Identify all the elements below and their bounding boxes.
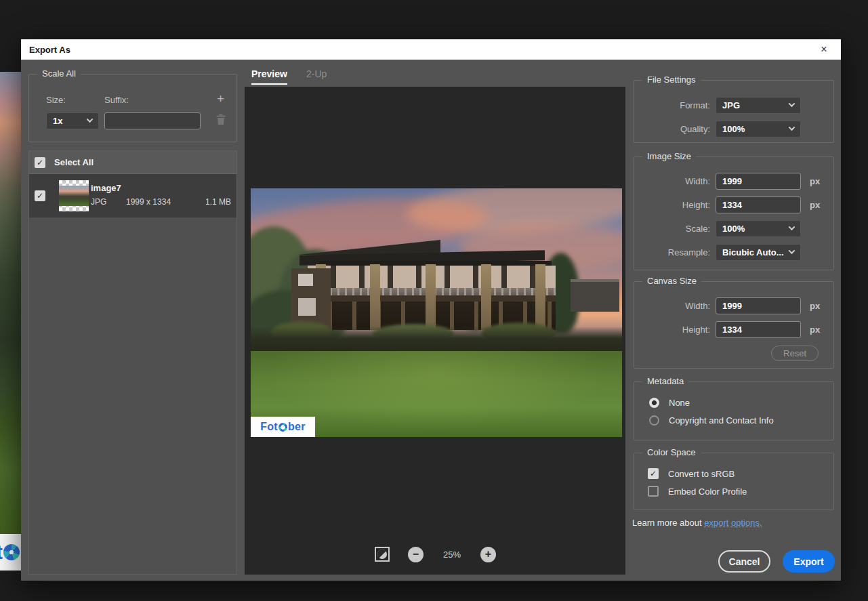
radio-unselected-icon[interactable]	[649, 415, 659, 426]
select-all-label: Select All	[54, 157, 94, 167]
resample-select[interactable]: Bicubic Auto...	[716, 244, 801, 261]
learn-more-prefix: Learn more about	[632, 518, 702, 528]
quality-label: Quality:	[634, 124, 710, 134]
preview-image[interactable]: Fot ber	[251, 188, 622, 437]
scale-value: 100%	[722, 224, 745, 234]
suffix-input[interactable]	[104, 112, 201, 129]
metadata-copyright-label: Copyright and Contact Info	[669, 415, 774, 426]
zoom-out-button[interactable]: −	[408, 547, 423, 562]
metadata-legend: Metadata	[642, 376, 688, 386]
background-watermark: t	[0, 534, 21, 571]
image-width-input[interactable]	[716, 173, 801, 190]
convert-srgb-option[interactable]: Convert to sRGB	[648, 468, 735, 479]
watermark-text-suffix: ber	[288, 421, 306, 433]
scale-label: Scale:	[634, 224, 710, 234]
stone-pillar	[481, 264, 491, 330]
canvas-size-group: Canvas Size Width: px Height: px Reset	[634, 281, 834, 369]
suffix-label: Suffix:	[104, 95, 129, 105]
preview-panel: Fot ber − 25%	[245, 87, 625, 575]
watermark-text-prefix: Fot	[260, 421, 278, 433]
item-thumbnail	[59, 180, 89, 211]
item-thumbnail-photo	[59, 186, 89, 206]
export-button[interactable]: Export	[783, 550, 835, 573]
metadata-none-option[interactable]: None	[649, 398, 690, 408]
item-checkbox[interactable]	[35, 190, 45, 201]
chevron-down-icon	[789, 224, 795, 230]
embed-profile-checkbox[interactable]	[648, 486, 659, 497]
chevron-down-icon	[789, 100, 795, 107]
item-dimensions: 1999 x 1334	[126, 197, 171, 207]
metadata-copyright-option[interactable]: Copyright and Contact Info	[649, 415, 774, 426]
reset-button[interactable]: Reset	[771, 346, 819, 361]
embed-profile-label: Embed Color Profile	[668, 486, 747, 497]
item-name: image7	[91, 183, 121, 193]
zoom-in-button[interactable]: +	[480, 547, 496, 562]
image-width-unit: px	[810, 176, 820, 186]
chevron-down-icon	[87, 116, 94, 123]
image-height-input[interactable]	[716, 196, 801, 213]
image-height-unit: px	[810, 200, 820, 210]
canvas-height-input[interactable]	[716, 321, 801, 338]
resample-label: Resample:	[634, 247, 710, 257]
canvas-width-input[interactable]	[716, 297, 801, 314]
tab-preview[interactable]: Preview	[251, 68, 287, 85]
item-filesize: 1.1 MB	[205, 197, 231, 207]
canvas-width-unit: px	[810, 301, 820, 311]
house-window	[298, 274, 313, 286]
close-icon[interactable]: ×	[814, 39, 834, 60]
size-select[interactable]: 1x	[46, 112, 99, 129]
convert-srgb-checkbox[interactable]	[648, 468, 659, 479]
chevron-down-icon	[789, 124, 795, 131]
trash-icon[interactable]	[216, 114, 226, 125]
tab-2up[interactable]: 2-Up	[306, 68, 327, 85]
format-value: JPG	[722, 100, 740, 110]
embed-profile-option[interactable]: Embed Color Profile	[648, 486, 747, 497]
image-width-label: Width:	[634, 176, 710, 186]
fotober-gear-icon	[3, 544, 20, 560]
export-as-dialog: Export As × Scale All Size: Suffix: + 1x	[21, 39, 841, 581]
dialog-title: Export As	[29, 45, 70, 55]
export-items-panel: Select All image7 JPG 1999 x 1334 1.1 MB	[28, 150, 237, 575]
item-format: JPG	[91, 197, 106, 207]
add-scale-icon[interactable]: +	[217, 92, 224, 105]
scale-all-legend: Scale All	[37, 68, 81, 79]
radio-selected-icon[interactable]	[649, 398, 659, 408]
size-value: 1x	[53, 116, 62, 126]
file-settings-group: File Settings Format: JPG Quality: 100%	[634, 80, 834, 143]
format-label: Format:	[634, 100, 710, 110]
fotober-gear-icon	[278, 423, 287, 432]
background-document-photo	[0, 72, 21, 534]
fit-to-view-icon[interactable]	[374, 546, 390, 562]
color-space-legend: Color Space	[642, 447, 701, 457]
learn-more-text: Learn more about export options.	[632, 518, 762, 528]
export-options-link[interactable]: export options.	[704, 518, 762, 528]
dialog-body: Scale All Size: Suffix: + 1x	[21, 60, 841, 581]
scale-select[interactable]: 100%	[716, 220, 801, 237]
screen: t Export As × Scale All Size: Suffix: + …	[0, 0, 868, 601]
metadata-group: Metadata None Copyright and Contact Info	[634, 381, 834, 440]
canvas-width-label: Width:	[634, 301, 710, 311]
chevron-down-icon	[789, 247, 795, 254]
select-all-row[interactable]: Select All	[29, 151, 236, 174]
quality-value: 100%	[722, 124, 745, 134]
scale-all-group: Scale All Size: Suffix: + 1x	[28, 74, 237, 142]
select-all-checkbox[interactable]	[35, 157, 45, 168]
cancel-button[interactable]: Cancel	[718, 550, 770, 573]
watermark: Fot ber	[251, 417, 315, 437]
resample-value: Bicubic Auto...	[722, 247, 784, 257]
stone-pillar	[535, 264, 545, 330]
quality-select[interactable]: 100%	[716, 121, 801, 138]
stone-pillar	[426, 264, 436, 330]
image-size-legend: Image Size	[642, 151, 696, 161]
color-space-group: Color Space Convert to sRGB Embed Color …	[634, 453, 834, 510]
format-select[interactable]: JPG	[716, 97, 801, 114]
neighbor-house	[571, 279, 619, 312]
preview-zoom-controls: − 25% +	[245, 546, 625, 562]
preview-tabs: Preview 2-Up	[251, 68, 327, 85]
metadata-none-label: None	[669, 398, 690, 408]
canvas-height-label: Height:	[634, 325, 710, 335]
house-window	[298, 298, 316, 316]
dialog-titlebar: Export As ×	[21, 39, 841, 60]
stone-pillar	[370, 264, 380, 330]
list-item[interactable]: image7 JPG 1999 x 1334 1.1 MB	[29, 174, 236, 217]
